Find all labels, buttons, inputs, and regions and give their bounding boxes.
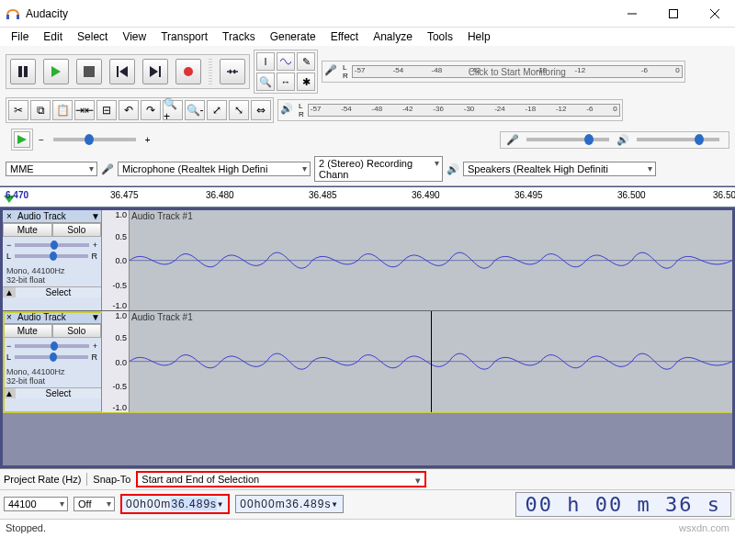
recording-channels-combo[interactable]: 2 (Stereo) Recording Chann (314, 156, 443, 182)
record-meter[interactable]: -57 -54 -48 -42 -18 -12 -6 0 Click to St… (352, 65, 683, 78)
audio-position-time[interactable]: 00 h 00 m 36 s (515, 492, 731, 517)
selection-mode-combo[interactable]: Start and End of Selection (136, 471, 426, 487)
solo-button[interactable]: Solo (52, 324, 102, 338)
audio-host-combo[interactable]: MME (6, 162, 97, 176)
zoom-out-icon[interactable]: 🔍- (185, 100, 205, 120)
record-volume-slider[interactable] (526, 138, 609, 141)
mute-button[interactable]: Mute (3, 223, 52, 237)
playback-volume-slider[interactable] (637, 138, 719, 141)
svg-rect-7 (24, 66, 28, 77)
draw-tool-icon[interactable]: ✎ (297, 52, 315, 71)
zoom-in-icon[interactable]: 🔍+ (163, 100, 183, 120)
minimize-button[interactable] (611, 0, 652, 27)
zoom-tool-icon[interactable]: 🔍 (256, 73, 275, 91)
track-name[interactable]: Audio Track (16, 311, 90, 323)
selection-end-time[interactable]: 00h00m36.489s▾ (235, 495, 343, 513)
menu-file[interactable]: File (4, 28, 36, 45)
clip-label: Audio Track #1 (131, 312, 193, 322)
fit-selection-icon[interactable]: ⤢ (207, 100, 227, 120)
skip-start-button[interactable] (109, 59, 135, 84)
multi-tool-icon[interactable]: ✱ (297, 73, 315, 91)
timeline: 6.470 36.475 36.480 36.485 36.490 36.495… (0, 186, 735, 207)
close-button[interactable] (694, 0, 735, 27)
track-close-button[interactable]: × (3, 211, 16, 221)
meter-channels: LR (343, 63, 348, 80)
undo-icon[interactable]: ↶ (119, 100, 139, 120)
waveform[interactable]: Audio Track #1 (130, 210, 732, 310)
fit-project-icon[interactable]: ⤡ (229, 100, 249, 120)
pause-button[interactable] (10, 59, 36, 84)
solo-button[interactable]: Solo (52, 223, 102, 237)
redo-icon[interactable]: ↷ (141, 100, 161, 120)
svg-marker-8 (51, 66, 61, 77)
silence-icon[interactable]: ⊟ (96, 100, 117, 120)
selection-tool-icon[interactable]: I (256, 52, 275, 71)
statusbar: Stopped. wsxdn.com (0, 519, 735, 537)
pan-slider[interactable] (15, 355, 87, 359)
cut-icon[interactable]: ✂ (8, 100, 28, 120)
skip-end-button[interactable] (142, 59, 168, 84)
copy-icon[interactable]: ⧉ (30, 100, 51, 120)
stop-button[interactable] (76, 59, 102, 84)
collapse-button[interactable]: ▲ (3, 287, 16, 297)
track-panel: × Audio Track ▼ Mute Solo −+ LR Mono, 44… (3, 311, 102, 411)
waveform[interactable]: Audio Track #1 (130, 311, 732, 411)
app-logo-icon (6, 6, 20, 21)
playback-device-combo[interactable]: Speakers (Realtek High Definiti (463, 162, 656, 176)
track-name[interactable]: Audio Track (16, 210, 90, 222)
gain-slider[interactable] (15, 243, 88, 247)
play-at-speed-button[interactable] (14, 131, 30, 148)
toolbar-separator (209, 59, 212, 84)
selection-toolbar: Project Rate (Hz) Snap-To Start and End … (0, 468, 735, 519)
selection-start-time[interactable]: 00h00m36.489s▾ (120, 494, 230, 514)
paste-icon[interactable]: 📋 (52, 100, 73, 120)
menu-analyze[interactable]: Analyze (366, 28, 420, 45)
menu-select[interactable]: Select (70, 28, 115, 45)
menu-generate[interactable]: Generate (263, 28, 323, 45)
speaker-icon: 🔊 (447, 163, 459, 175)
menu-tracks[interactable]: Tracks (215, 28, 263, 45)
window-title: Audacity (26, 7, 611, 20)
pan-slider[interactable] (15, 254, 87, 258)
vertical-scale[interactable]: 1.0 0.5 0.0 -0.5 -1.0 (102, 311, 130, 411)
trim-icon[interactable]: ⇥⇤ (74, 100, 95, 120)
snap-to-combo[interactable]: Off (74, 497, 115, 511)
track-menu-dropdown[interactable]: ▼ (90, 312, 101, 322)
track-close-button[interactable]: × (3, 312, 16, 322)
gain-slider[interactable] (15, 344, 88, 348)
tracks-background[interactable] (3, 413, 732, 465)
vertical-scale[interactable]: 1.0 0.5 0.0 -0.5 -1.0 (102, 210, 130, 310)
ruler[interactable]: 6.470 36.475 36.480 36.485 36.490 36.495… (0, 187, 735, 207)
record-button[interactable] (175, 59, 201, 84)
mixer-toolbar: 🎤 🔊 (500, 131, 729, 149)
edit-toolbar: ✂ ⧉ 📋 ⇥⇤ ⊟ ↶ ↷ 🔍+ 🔍- ⤢ ⤡ ⇔ (6, 97, 274, 123)
track-select-button[interactable]: Select (16, 388, 101, 398)
menu-help[interactable]: Help (460, 28, 498, 45)
menu-tools[interactable]: Tools (420, 28, 460, 45)
recording-device-combo[interactable]: Microphone (Realtek High Defini (118, 162, 311, 176)
menu-edit[interactable]: Edit (36, 28, 70, 45)
tools-toolbar: I ✎ 🔍 ↔ ✱ (254, 50, 318, 94)
menu-view[interactable]: View (115, 28, 153, 45)
track-menu-dropdown[interactable]: ▼ (90, 211, 101, 221)
track-select-button[interactable]: Select (16, 287, 101, 297)
envelope-tool-icon[interactable] (277, 52, 295, 71)
cursor-position: 6.470 (6, 190, 28, 200)
loop-button[interactable] (220, 59, 245, 84)
track-panel: × Audio Track ▼ Mute Solo −+ LR Mono, 44… (3, 210, 102, 310)
play-button[interactable] (43, 59, 69, 84)
record-meter-toolbar: 🎤 LR -57 -54 -48 -42 -18 -12 -6 0 Click … (322, 61, 685, 83)
menubar: File Edit Select View Transport Tracks G… (0, 28, 735, 46)
project-rate-combo[interactable]: 44100 (4, 497, 68, 511)
playback-meter[interactable]: -57 -54 -48 -42 -36 -30 -24 -18 -12 -6 0 (308, 104, 620, 117)
play-at-speed-toolbar (11, 129, 33, 151)
collapse-button[interactable]: ▲ (3, 388, 16, 398)
mute-button[interactable]: Mute (3, 324, 52, 338)
menu-effect[interactable]: Effect (323, 28, 366, 45)
zoom-toggle-icon[interactable]: ⇔ (251, 100, 271, 120)
maximize-button[interactable] (652, 0, 694, 27)
menu-transport[interactable]: Transport (153, 28, 215, 45)
timeshift-tool-icon[interactable]: ↔ (277, 73, 295, 91)
svg-rect-0 (6, 15, 9, 19)
play-speed-slider[interactable] (53, 138, 136, 141)
